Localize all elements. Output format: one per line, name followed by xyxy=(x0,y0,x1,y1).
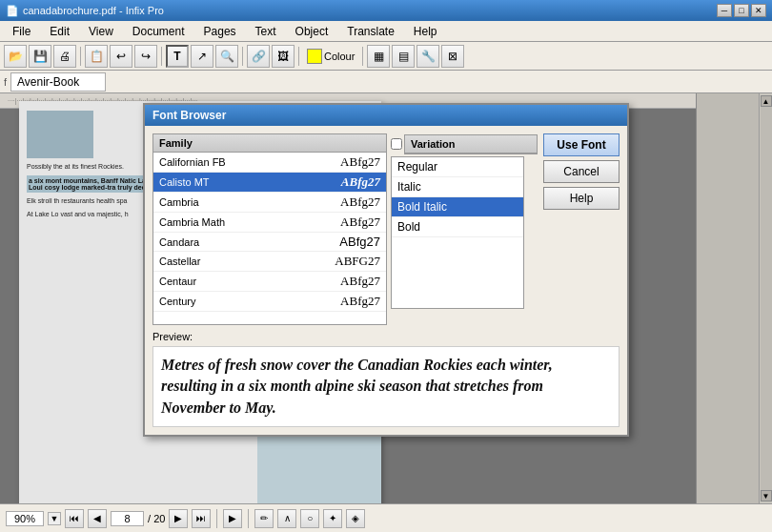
colour-swatch[interactable] xyxy=(307,49,322,64)
maximize-button[interactable]: □ xyxy=(734,4,749,17)
font-row-calisto[interactable]: Calisto MT ABfg27 xyxy=(153,173,386,193)
sep3 xyxy=(242,47,243,66)
font-browser-dialog: Font Browser Family xyxy=(143,103,629,437)
preview-area: Metres of fresh snow cover the Canadian … xyxy=(152,346,620,427)
window-title: canadabrochure.pdf - Infix Pro xyxy=(23,5,164,16)
status-sep1 xyxy=(216,509,217,528)
text-tool[interactable]: T xyxy=(166,45,189,68)
zoom-dropdown[interactable]: ▼ xyxy=(48,512,61,525)
toolbar: 📂 💾 🖨 📋 ↩ ↪ T ↗ 🔍 🔗 🖼 Colour ▦ ▤ 🔧 ⊠ xyxy=(0,42,772,71)
help-button[interactable]: Help xyxy=(543,187,620,210)
view-btn2[interactable]: ▤ xyxy=(392,45,415,68)
view-btn3[interactable]: 🔧 xyxy=(416,45,439,68)
link-tool[interactable]: 🔗 xyxy=(247,45,270,68)
colour-indicator: Colour xyxy=(303,49,358,64)
tool2[interactable]: ∧ xyxy=(277,509,296,528)
tool4[interactable]: ✦ xyxy=(323,509,342,528)
preview-section: Preview: Metres of fresh snow cover the … xyxy=(152,331,620,427)
zoom-tool[interactable]: 🔍 xyxy=(215,45,238,68)
page-sep: / 20 xyxy=(148,513,165,524)
menu-file[interactable]: File xyxy=(4,22,39,41)
font-row-californian[interactable]: Californian FB ABfg27 xyxy=(153,153,386,173)
nav-next[interactable]: ▶ xyxy=(169,509,188,528)
variation-column: Variation xyxy=(404,134,538,154)
sep1 xyxy=(80,47,81,66)
variation-bold[interactable]: Bold xyxy=(392,217,523,237)
copy-button[interactable]: 📋 xyxy=(85,45,108,68)
main-area: ····|···|···|···|···|···|···|···|···|···… xyxy=(0,93,772,503)
menu-bar: File Edit View Document Pages Text Objec… xyxy=(0,21,772,42)
dialog-body: Family Californian FB ABfg27 Calisto MT xyxy=(145,126,627,435)
save-button[interactable]: 💾 xyxy=(29,45,51,68)
nav-last[interactable]: ⏭ xyxy=(192,509,211,528)
title-bar: 📄 canadabrochure.pdf - Infix Pro ─ □ ✕ xyxy=(0,0,772,21)
font-row-centaur[interactable]: Centaur ABfg27 xyxy=(153,272,386,292)
preview-label: Preview: xyxy=(152,331,620,342)
preview-text: Metres of fresh snow cover the Canadian … xyxy=(161,355,611,419)
font-row-cambria-math[interactable]: Cambria Math ABfg27 xyxy=(153,213,386,233)
nav-first[interactable]: ⏮ xyxy=(65,509,84,528)
menu-edit[interactable]: Edit xyxy=(41,22,78,41)
play-button[interactable]: ▶ xyxy=(223,509,242,528)
font-icon: f xyxy=(4,76,7,88)
menu-document[interactable]: Document xyxy=(124,22,193,41)
menu-translate[interactable]: Translate xyxy=(338,22,403,41)
variation-list: Regular Italic Bold Italic Bold xyxy=(391,156,524,309)
colour-label: Colour xyxy=(324,51,355,62)
font-row-candara[interactable]: Candara ABfg27 xyxy=(153,233,386,252)
menu-pages[interactable]: Pages xyxy=(195,22,245,41)
variation-regular[interactable]: Regular xyxy=(392,157,523,177)
menu-text[interactable]: Text xyxy=(247,22,285,41)
font-row-cambria[interactable]: Cambria ABfg27 xyxy=(153,193,386,213)
open-button[interactable]: 📂 xyxy=(4,45,27,68)
undo-button[interactable]: ↩ xyxy=(110,45,132,68)
view-btn1[interactable]: ▦ xyxy=(367,45,390,68)
menu-view[interactable]: View xyxy=(80,22,122,41)
font-scroll-area[interactable]: Californian FB ABfg27 Calisto MT ABfg27 … xyxy=(153,153,386,324)
app-icon: 📄 xyxy=(6,5,19,17)
image-tool[interactable]: 🖼 xyxy=(272,45,295,68)
tool3[interactable]: ○ xyxy=(300,509,319,528)
font-name-field[interactable]: Avenir-Book xyxy=(10,72,106,92)
close-button[interactable]: ✕ xyxy=(751,4,766,17)
sep2 xyxy=(161,47,162,66)
family-header: Family xyxy=(153,134,386,153)
menu-help[interactable]: Help xyxy=(405,22,446,41)
status-bar: 90% ▼ ⏮ ◀ 8 / 20 ▶ ⏭ ▶ ✏ ∧ ○ ✦ ◈ xyxy=(0,503,772,532)
variation-italic[interactable]: Italic xyxy=(392,177,523,197)
sep4 xyxy=(298,47,299,66)
font-row-castellar[interactable]: Castellar ABFG27 xyxy=(153,252,386,272)
status-sep2 xyxy=(248,509,249,528)
variation-checkbox[interactable] xyxy=(391,138,402,150)
dialog-title-bar: Font Browser xyxy=(145,105,627,126)
view-btn4[interactable]: ⊠ xyxy=(441,45,464,68)
modal-overlay: Font Browser Family xyxy=(0,93,772,503)
menu-object[interactable]: Object xyxy=(287,22,337,41)
action-buttons: Use Font Cancel Help xyxy=(543,133,620,325)
variation-header: Variation xyxy=(405,135,537,153)
page-current[interactable]: 8 xyxy=(111,511,144,526)
font-row-century[interactable]: Century ABfg27 xyxy=(153,292,386,312)
family-column: Family Californian FB ABfg27 Calisto MT xyxy=(152,133,387,325)
redo-button[interactable]: ↪ xyxy=(134,45,157,68)
tool1[interactable]: ✏ xyxy=(254,509,274,528)
sep5 xyxy=(362,47,363,66)
print-button[interactable]: 🖨 xyxy=(53,45,76,68)
cursor-tool[interactable]: ↗ xyxy=(191,45,213,68)
window-controls[interactable]: ─ □ ✕ xyxy=(717,4,766,17)
use-font-button[interactable]: Use Font xyxy=(543,133,620,156)
dialog-title-text: Font Browser xyxy=(152,109,226,122)
minimize-button[interactable]: ─ xyxy=(717,4,732,17)
variation-bold-italic[interactable]: Bold Italic xyxy=(392,197,523,217)
font-bar: f Avenir-Book xyxy=(0,71,772,93)
nav-prev[interactable]: ◀ xyxy=(88,509,107,528)
tool5[interactable]: ◈ xyxy=(346,509,365,528)
zoom-display[interactable]: 90% xyxy=(6,511,44,526)
cancel-button[interactable]: Cancel xyxy=(543,160,620,183)
